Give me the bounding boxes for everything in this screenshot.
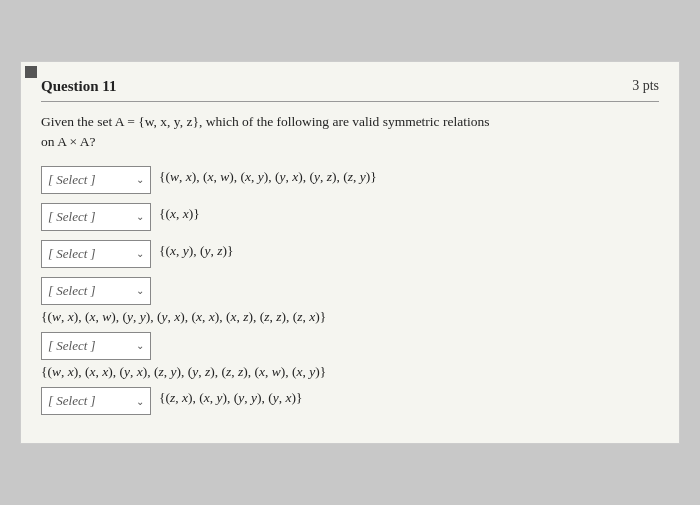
option-row-6: [ Select ] ⌄ {(z, x), (x, y), (y, y), (y… xyxy=(41,386,659,415)
option-row-1: [ Select ] ⌄ {(w, x), (x, w), (x, y), (y… xyxy=(41,165,659,194)
question-title: Question 11 xyxy=(41,78,116,95)
select-dropdown-3[interactable]: [ Select ] ⌄ xyxy=(41,240,151,268)
select-label-5: [ Select ] xyxy=(48,338,132,354)
chevron-icon-4: ⌄ xyxy=(136,285,144,296)
select-dropdown-6[interactable]: [ Select ] ⌄ xyxy=(41,387,151,415)
select-dropdown-4[interactable]: [ Select ] ⌄ xyxy=(41,277,151,305)
select-label-1: [ Select ] xyxy=(48,172,132,188)
chevron-icon-6: ⌄ xyxy=(136,396,144,407)
option-row-5: [ Select ] ⌄ {(w, x), (x, x), (y, x), (z… xyxy=(41,331,659,382)
select-label-3: [ Select ] xyxy=(48,246,132,262)
select-dropdown-1[interactable]: [ Select ] ⌄ xyxy=(41,166,151,194)
option-content-5: {(w, x), (x, x), (y, x), (z, y), (y, z),… xyxy=(41,362,659,382)
option-content-2: {(x, x)} xyxy=(159,202,659,224)
select-row-5: [ Select ] ⌄ xyxy=(41,331,659,360)
question-container: Question 11 3 pts Given the set A = {w, … xyxy=(20,61,680,444)
select-dropdown-2[interactable]: [ Select ] ⌄ xyxy=(41,203,151,231)
select-label-6: [ Select ] xyxy=(48,393,132,409)
chevron-icon-2: ⌄ xyxy=(136,211,144,222)
question-text: Given the set A = {w, x, y, z}, which of… xyxy=(41,112,659,153)
option-content-1: {(w, x), (x, w), (x, y), (y, x), (y, z),… xyxy=(159,165,659,187)
select-dropdown-5[interactable]: [ Select ] ⌄ xyxy=(41,332,151,360)
option-content-6: {(z, x), (x, y), (y, y), (y, x)} xyxy=(159,386,659,408)
option-row-2: [ Select ] ⌄ {(x, x)} xyxy=(41,202,659,231)
corner-decoration xyxy=(25,66,37,78)
option-row-4: [ Select ] ⌄ {(w, x), (x, w), (y, y), (y… xyxy=(41,276,659,327)
select-row-4: [ Select ] ⌄ xyxy=(41,276,659,305)
chevron-icon-3: ⌄ xyxy=(136,248,144,259)
select-label-2: [ Select ] xyxy=(48,209,132,225)
option-content-3: {(x, y), (y, z)} xyxy=(159,239,659,261)
chevron-icon-5: ⌄ xyxy=(136,340,144,351)
option-content-4: {(w, x), (x, w), (y, y), (y, x), (x, x),… xyxy=(41,307,659,327)
select-label-4: [ Select ] xyxy=(48,283,132,299)
header-row: Question 11 3 pts xyxy=(41,78,659,102)
points-label: 3 pts xyxy=(632,78,659,94)
chevron-icon-1: ⌄ xyxy=(136,174,144,185)
option-row-3: [ Select ] ⌄ {(x, y), (y, z)} xyxy=(41,239,659,268)
